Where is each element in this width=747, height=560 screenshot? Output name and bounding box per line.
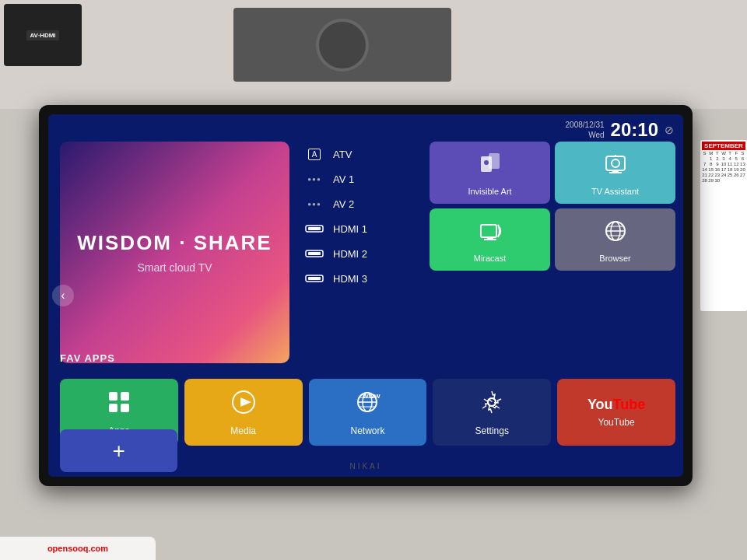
opensooq-watermark: opensooq.com	[0, 537, 156, 560]
wisdom-subtitle: Smart cloud TV	[137, 261, 212, 274]
hdmi-cable-box: AV·HDMI	[4, 4, 82, 66]
top-app-grid: Invisible Art TV Assistant	[430, 142, 675, 271]
svg-text:WWW: WWW	[363, 393, 381, 400]
source-atv[interactable]: A ATV	[297, 142, 422, 166]
source-av2-label: AV 2	[333, 198, 354, 210]
browser-icon	[601, 217, 630, 250]
fav-apps-label: FAV APPS	[60, 352, 115, 364]
tv-topbar: 2008/12/31 Wed 20:10 ⊘	[556, 114, 683, 145]
app-miracast[interactable]: Miracast	[430, 208, 550, 271]
wisdom-panel: WISDOM · SHARE Smart cloud TV	[60, 142, 289, 363]
tv-day: Wed	[566, 130, 605, 140]
hdmi2-icon	[303, 247, 325, 261]
av2-icon: ●●●	[303, 197, 325, 211]
wifi-icon: ⊘	[665, 124, 674, 136]
source-atv-label: ATV	[333, 149, 352, 160]
miracast-icon	[476, 217, 504, 250]
wisdom-title: WISDOM · SHARE	[77, 231, 272, 255]
source-hdmi3-label: HDMI 3	[333, 273, 367, 285]
tv-frame: 2008/12/31 Wed 20:10 ⊘ WISDOM · SHARE Sm…	[39, 105, 693, 486]
svg-rect-9	[606, 156, 625, 170]
source-hdmi2[interactable]: HDMI 2	[297, 241, 422, 266]
svg-point-10	[612, 159, 619, 167]
youtube-label: YouTube	[598, 417, 635, 428]
source-hdmi2-label: HDMI 2	[333, 248, 367, 260]
left-arrow-button[interactable]: ‹	[52, 285, 74, 306]
svg-rect-7	[489, 153, 500, 169]
hdmi1-icon	[303, 222, 325, 236]
source-av2[interactable]: ●●● AV 2	[297, 191, 422, 216]
svg-rect-14	[481, 225, 496, 237]
source-list: A ATV ●●● AV 1 ●●● AV 2	[297, 142, 422, 291]
svg-rect-1	[308, 227, 321, 230]
invisible-art-icon	[476, 150, 504, 184]
calendar: SEPTEMBER SMTWTFS 123456 78910111213 141…	[700, 140, 747, 311]
network-icon: WWW	[353, 388, 381, 422]
svg-rect-25	[121, 404, 129, 412]
wall-mount-bracket	[233, 8, 451, 82]
browser-label: Browser	[599, 254, 630, 263]
youtube-icon: YouTube	[587, 397, 645, 413]
hdmi3-icon	[303, 271, 325, 285]
miracast-label: Miracast	[474, 254, 507, 263]
source-av1[interactable]: ●●● AV 1	[297, 166, 422, 191]
svg-point-8	[484, 160, 489, 165]
svg-rect-5	[308, 277, 321, 280]
apps-icon	[105, 388, 133, 422]
tv-time: 20:10	[611, 119, 658, 141]
atv-icon: A	[303, 147, 325, 161]
tv-date: 2008/12/31	[566, 120, 605, 130]
app-tv-assistant[interactable]: TV Assistant	[555, 142, 675, 204]
tv-assistant-label: TV Assistant	[591, 187, 639, 196]
add-icon: +	[112, 439, 124, 464]
tv-screen: 2008/12/31 Wed 20:10 ⊘ WISDOM · SHARE Sm…	[48, 114, 683, 477]
source-hdmi1[interactable]: HDMI 1	[297, 216, 422, 241]
invisible-art-label: Invisible Art	[468, 187, 511, 196]
app-browser[interactable]: Browser	[555, 208, 675, 271]
source-hdmi1-label: HDMI 1	[333, 223, 367, 235]
source-hdmi3[interactable]: HDMI 3	[297, 266, 422, 291]
app-invisible-art[interactable]: Invisible Art	[430, 142, 550, 204]
svg-rect-3	[308, 252, 321, 255]
settings-icon	[478, 388, 506, 422]
source-av1-label: AV 1	[333, 173, 354, 185]
tv-brand-label: NIKAI	[349, 462, 381, 471]
media-icon	[230, 388, 258, 422]
svg-marker-27	[240, 397, 251, 407]
add-app-button[interactable]: +	[60, 429, 177, 472]
svg-rect-24	[109, 404, 117, 412]
svg-rect-23	[121, 392, 129, 401]
wall-area: AV·HDMI	[0, 0, 747, 109]
av1-icon: ●●●	[303, 172, 325, 186]
svg-rect-22	[109, 392, 117, 401]
tv-assistant-icon	[601, 150, 630, 184]
